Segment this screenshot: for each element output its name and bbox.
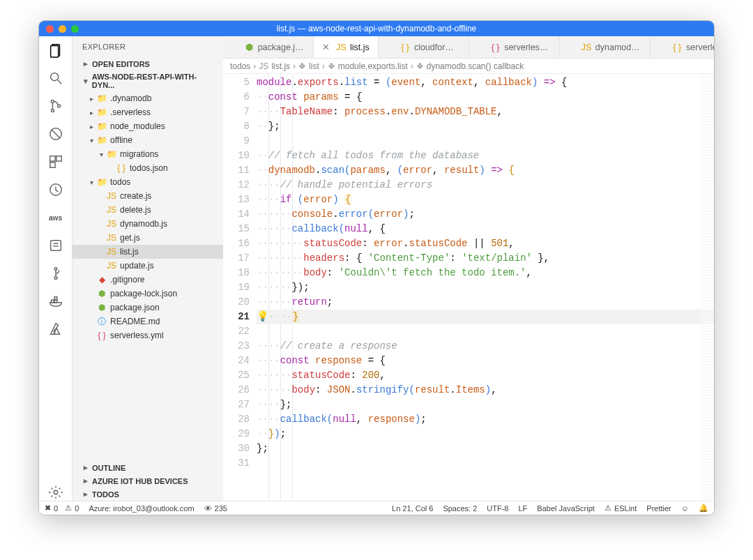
debug-icon[interactable] [47,126,64,142]
tree-item-package-lock-json[interactable]: ⬢package-lock.json [73,287,223,301]
azure-icon[interactable] [47,321,64,338]
section-azure[interactable]: ▸AZURE IOT HUB DEVICES [73,474,223,487]
source-control-icon[interactable] [47,98,64,114]
svg-point-4 [51,100,54,103]
status-eslint[interactable]: ⚠ ESLint [604,504,637,513]
breadcrumb-item[interactable]: module.exports.list [338,61,408,71]
line-gutter: 5678910111213141516171819202122232425262… [223,74,257,501]
explorer-icon[interactable] [47,42,64,59]
status-lang[interactable]: Babel JavaScript [537,504,595,513]
tree-item-update-js[interactable]: JSupdate.js [73,259,223,273]
git-graph-icon[interactable] [47,265,64,282]
docker-icon[interactable] [47,293,64,310]
extensions-icon[interactable] [47,153,64,170]
svg-point-22 [54,490,58,494]
notes-icon[interactable] [47,237,64,254]
svg-rect-21 [54,297,57,300]
window-title: list.js — aws-node-rest-api-with-dynamod… [39,24,714,33]
tree-item--dynamodb[interactable]: ▸📁.dynamodb [73,91,223,105]
tab-list-js[interactable]: ✕JSlist.js [314,36,379,58]
tree-item-dynamodb-js[interactable]: JSdynamodb.js [73,217,223,231]
status-eye[interactable]: 👁 235 [204,504,227,513]
file-tree: ▸📁.dynamodb▸📁.serverless▸📁node_modules▾📁… [73,91,223,461]
status-lncol[interactable]: Ln 21, Col 6 [392,504,433,513]
code-body[interactable]: module.exports.list = (event, context, c… [257,74,714,501]
svg-line-8 [51,130,60,139]
minimize-window-button[interactable] [59,25,66,33]
section-open-editors[interactable]: ▸OPEN EDITORS [73,57,223,70]
tree-item-migrations[interactable]: ▾📁migrations [73,147,223,161]
status-bar: ✖ 0 ⚠ 0 Azure: irobot_03@outlook.com 👁 2… [39,501,714,515]
tree-item-README-md[interactable]: ⓘREADME.md [73,315,223,328]
svg-rect-10 [56,156,61,161]
tree-item-offline[interactable]: ▾📁offline [73,133,223,147]
svg-point-2 [50,73,58,81]
status-errors[interactable]: ✖ 0 ⚠ 0 [45,504,79,513]
svg-line-3 [57,80,61,84]
tree-item-list-js[interactable]: JSlist.js [73,245,223,259]
svg-point-17 [54,277,57,280]
editor[interactable]: 5678910111213141516171819202122232425262… [223,74,714,501]
status-eol[interactable]: LF [518,504,527,513]
tab-serverless-s[interactable]: { }serverless-s [651,36,715,58]
editor-column: ⬢package.json✕JSlist.js{ }cloudformati{ … [223,36,714,501]
svg-rect-9 [50,156,54,161]
section-outline[interactable]: ▸OUTLINE [73,461,223,474]
titlebar[interactable]: list.js — aws-node-rest-api-with-dynamod… [39,21,714,36]
status-azure[interactable]: Azure: irobot_03@outlook.com [89,504,194,513]
tree-item-serverless-yml[interactable]: { }serverless.yml [73,328,223,342]
svg-rect-11 [50,162,54,167]
window-controls [46,25,79,33]
tree-item-delete-js[interactable]: JSdelete.js [73,203,223,217]
tab-package-json[interactable]: ⬢package.json [223,36,314,58]
tab-dynamodb-js[interactable]: JSdynamodb.js [560,36,651,58]
status-prettier[interactable]: Prettier [646,504,671,513]
breadcrumb[interactable]: todos›JSlist.js›❖list›❖module.exports.li… [223,59,714,74]
timeline-icon[interactable] [47,181,64,198]
svg-point-5 [51,109,54,112]
status-bell-icon[interactable]: 🔔 [699,504,708,513]
settings-gear-icon[interactable] [47,484,64,501]
tree-item-todos-json[interactable]: { }todos.json [73,161,223,175]
tabs: ⬢package.json✕JSlist.js{ }cloudformati{ … [223,36,714,59]
breadcrumb-item[interactable]: list [309,61,319,71]
svg-point-16 [54,268,57,271]
section-todos[interactable]: ▸TODOS [73,487,223,501]
status-spaces[interactable]: Spaces: 2 [443,504,477,513]
tree-item--serverless[interactable]: ▸📁.serverless [73,105,223,119]
vscode-window: list.js — aws-node-rest-api-with-dynamod… [38,20,715,515]
sidebar: EXPLORER ▸OPEN EDITORS ▾AWS-NODE-REST-AP… [73,36,223,501]
tree-item-todos[interactable]: ▾📁todos [73,175,223,189]
breadcrumb-item[interactable]: todos [230,61,250,71]
close-window-button[interactable] [46,25,54,33]
tree-item-create-js[interactable]: JScreate.js [73,189,223,203]
tab-serverless-yr[interactable]: { }serverless.yr [469,36,560,58]
close-icon[interactable]: ✕ [322,42,332,52]
status-feedback-icon[interactable]: ☺ [681,504,689,513]
svg-rect-1 [50,46,58,58]
zoom-window-button[interactable] [71,25,79,33]
aws-icon[interactable]: aws [47,209,64,226]
breadcrumb-item[interactable]: dynamodb.scan() callback [427,61,524,71]
tree-item-node_modules[interactable]: ▸📁node_modules [73,119,223,133]
tab-cloudformati[interactable]: { }cloudformati [379,36,469,58]
explorer-header: EXPLORER [73,36,223,57]
svg-rect-13 [50,241,61,251]
tree-item-package-json[interactable]: ⬢package.json [73,301,223,315]
tree-item-get-js[interactable]: JSget.js [73,231,223,245]
section-project[interactable]: ▾AWS-NODE-REST-API-WITH-DYN... [73,70,223,91]
search-icon[interactable] [47,70,64,86]
breadcrumb-item[interactable]: list.js [271,61,290,71]
tree-item--gitignore[interactable]: ◆.gitignore [73,273,223,287]
status-encoding[interactable]: UTF-8 [487,504,508,513]
svg-point-6 [57,105,60,107]
activity-bar: aws [39,36,73,501]
